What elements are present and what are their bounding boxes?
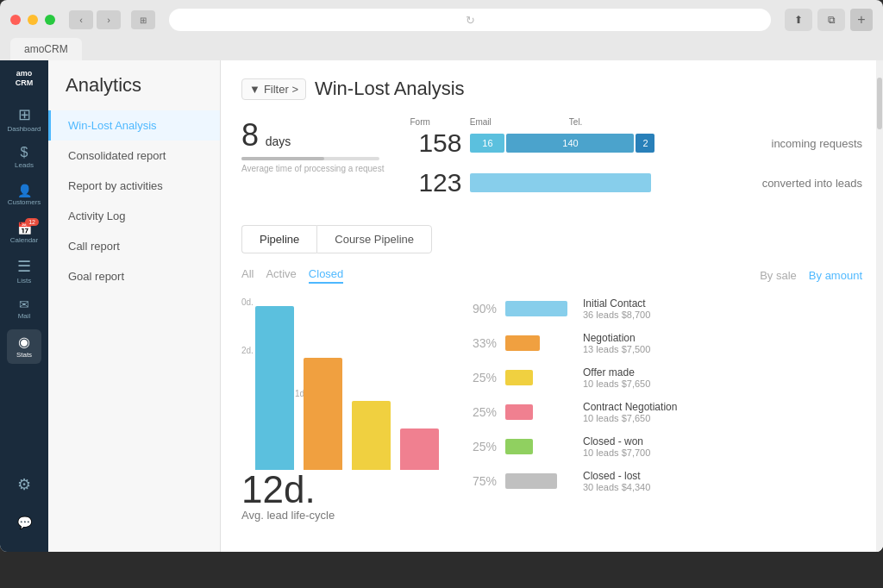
sidebar-item-leads[interactable]: $ Leads: [7, 140, 41, 174]
form-bar: 16: [470, 134, 504, 153]
requests-column: Form Email Tel. 158 16 140 2 incoming re…: [410, 117, 862, 208]
pipeline-sub-4: 10 leads $7,700: [583, 447, 862, 458]
back-button[interactable]: ‹: [69, 10, 93, 29]
pipeline-name-4: Closed - won: [583, 435, 862, 447]
incoming-label: incoming requests: [772, 137, 863, 150]
leads-bar: [470, 173, 651, 192]
sort-by-sale[interactable]: By sale: [760, 269, 797, 282]
nav-item-report-activities[interactable]: Report by activities: [48, 171, 220, 201]
close-dot[interactable]: [10, 15, 21, 25]
nav-sidebar: Analytics Win-Lost Analysis Consolidated…: [48, 60, 221, 552]
app-logo: amoCRM: [16, 69, 34, 88]
tel-label: Tel.: [569, 117, 583, 127]
incoming-requests-row: Form Email Tel. 158 16 140 2 incoming re…: [410, 117, 862, 158]
sidebar-item-calendar[interactable]: 📅 12 Calendar: [7, 216, 41, 250]
scrollbar-track[interactable]: [876, 60, 883, 552]
pipeline-area: 0d. 2d. 1d. 1d. 12d. Avg. lead life-cycl…: [241, 297, 862, 522]
avg-lifecycle-label: Avg. lead life-cycle: [241, 509, 335, 522]
sidebar-item-settings[interactable]: ⚙: [7, 467, 41, 502]
pct-label-5: 75%: [466, 474, 497, 488]
nav-item-win-lost[interactable]: Win-Lost Analysis: [48, 110, 220, 141]
pct-label-1: 33%: [466, 336, 497, 350]
incoming-bars: 16 140 2: [470, 134, 762, 153]
funnel-chart-area: 0d. 2d. 1d. 1d. 12d. Avg. lead life-cycl…: [241, 297, 448, 522]
nav-item-consolidated[interactable]: Consolidated report: [48, 141, 220, 171]
active-tab[interactable]: amoCRM: [10, 38, 82, 60]
filter-tabs: All Active Closed: [241, 267, 343, 284]
funnel-bar-2: [304, 358, 342, 470]
nav-item-goal-report[interactable]: Goal report: [48, 261, 220, 291]
sidebar-item-chat[interactable]: 💬: [7, 505, 41, 540]
pipeline-item-0: 90% Initial Contact 36 leads $8,700: [466, 297, 862, 320]
scrollbar-thumb[interactable]: [877, 78, 882, 129]
calendar-badge: 12: [25, 218, 39, 226]
filter-sort-row: All Active Closed By sale By amount: [241, 267, 862, 284]
filter-active[interactable]: Active: [266, 267, 296, 284]
stats-label: Stats: [16, 352, 32, 359]
funnel-chart: 0d. 2d. 1d. 1d. 12d. Avg. lead life-cycl…: [241, 297, 448, 522]
pipeline-info-0: Initial Contact 36 leads $8,700: [583, 297, 862, 320]
tabs-button[interactable]: ⧉: [817, 9, 845, 31]
calendar-label: Calendar: [10, 237, 38, 244]
page-title: Win-Lost Analysis: [315, 78, 465, 100]
customers-label: Customers: [8, 199, 41, 206]
horiz-bar-5: [505, 473, 574, 489]
pipeline-name-0: Initial Contact: [583, 297, 862, 310]
forward-button[interactable]: ›: [97, 10, 121, 29]
leads-bars: [470, 173, 753, 192]
dashboard-icon: ⊞: [18, 105, 31, 124]
chat-icon: 💬: [17, 516, 32, 529]
mail-icon: ✉: [19, 297, 29, 311]
days-suffix: days: [266, 134, 291, 148]
horiz-bar-4: [505, 439, 574, 454]
new-tab-button[interactable]: +: [850, 9, 873, 31]
main-content: ▼ Filter > Win-Lost Analysis 8 days Aver…: [221, 60, 883, 552]
sidebar-toggle-button[interactable]: ⊞: [131, 10, 155, 29]
sidebar-item-lists[interactable]: ☰ Lists: [7, 253, 41, 288]
sidebar-item-mail[interactable]: ✉ Mail: [7, 291, 41, 326]
horiz-bar-2: [505, 370, 574, 385]
pipeline-item-5: 75% Closed - lost 30 leads $4,340: [466, 470, 862, 492]
filter-icon: ▼: [249, 83, 260, 96]
source-labels: Form Email Tel.: [410, 117, 862, 127]
filter-all[interactable]: All: [241, 267, 254, 284]
filter-button[interactable]: ▼ Filter >: [241, 78, 306, 100]
pipeline-name-1: Negotiation: [583, 332, 862, 344]
pipeline-tabs: Pipeline Course Pipeline: [241, 225, 862, 253]
sidebar-item-stats[interactable]: ◉ Stats: [7, 329, 41, 364]
pipeline-list: 90% Initial Contact 36 leads $8,700 33%: [466, 297, 862, 522]
leads-number: 123: [410, 168, 461, 197]
days-number: 8: [241, 117, 259, 153]
avg-lifecycle-number: 12d.: [241, 471, 335, 509]
refresh-icon: ↻: [466, 14, 475, 27]
share-button[interactable]: ⬆: [785, 9, 812, 31]
pipeline-sub-2: 10 leads $7,650: [583, 378, 862, 389]
sidebar-item-customers[interactable]: 👤 Customers: [7, 178, 41, 212]
pct-label-2: 25%: [466, 371, 497, 385]
maximize-dot[interactable]: [45, 15, 55, 25]
sidebar-item-dashboard[interactable]: ⊞ Dashboard: [7, 102, 41, 136]
pipeline-info-3: Contract Negotiation 10 leads $7,650: [583, 401, 862, 423]
tab-pipeline[interactable]: Pipeline: [241, 225, 316, 253]
pipeline-item-4: 25% Closed - won 10 leads $7,700: [466, 435, 862, 458]
pipeline-item-1: 33% Negotiation 13 leads $7,500: [466, 332, 862, 354]
pipeline-item-3: 25% Contract Negotiation 10 leads $7,650: [466, 401, 862, 423]
days-subtitle: Average time of processing a request: [241, 164, 384, 173]
nav-item-activity-log[interactable]: Activity Log: [48, 201, 220, 231]
address-bar[interactable]: ↻: [169, 9, 771, 31]
lists-label: Lists: [17, 278, 31, 285]
filter-closed[interactable]: Closed: [309, 267, 343, 284]
nav-item-call-report[interactable]: Call report: [48, 231, 220, 261]
pipeline-info-4: Closed - won 10 leads $7,700: [583, 435, 862, 458]
sort-by-amount[interactable]: By amount: [809, 269, 862, 282]
funnel-bar-3: [352, 401, 391, 470]
days-stat: 8 days Average time of processing a requ…: [241, 117, 384, 173]
pct-label-3: 25%: [466, 405, 497, 419]
pct-label-0: 90%: [466, 302, 497, 316]
nav-sidebar-title: Analytics: [48, 74, 220, 110]
email-bar: 140: [506, 134, 634, 153]
minimize-dot[interactable]: [28, 15, 38, 25]
tab-course-pipeline[interactable]: Course Pipeline: [316, 225, 432, 253]
tel-bar: 2: [636, 134, 654, 153]
pipeline-name-3: Contract Negotiation: [583, 401, 862, 413]
